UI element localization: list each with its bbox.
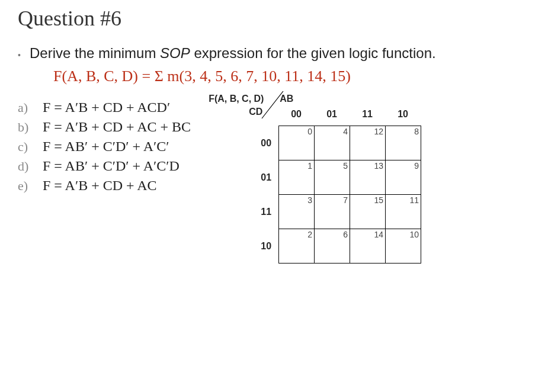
instruction-post: expression for the given logic function. (190, 45, 436, 61)
kmap-cell: 9 (386, 160, 421, 195)
instruction-pre: Derive the minimum (30, 45, 160, 61)
choice-c: c) F = AB′ + C′D′ + A′C′ (18, 139, 191, 155)
kmap-cell: 6 (315, 229, 350, 264)
kmap-cell: 14 (350, 229, 386, 264)
kmap-row-var: CD (249, 107, 262, 117)
kmap-cell: 11 (386, 195, 421, 229)
choice-letter: e) (18, 178, 43, 194)
choice-letter: d) (18, 159, 43, 174)
choice-expr: F = AB′ + C′D′ + A′C′ (43, 139, 169, 155)
answer-choices: a) F = A′B + CD + ACD′ b) F = A′B + CD +… (18, 99, 191, 194)
kmap-col-headers: 00 01 11 10 (278, 109, 421, 120)
instruction-em: SOP (160, 45, 190, 61)
kmap-cell: 13 (350, 160, 386, 195)
kmap-col-header: 10 (385, 109, 421, 120)
kmap-cell: 0 (279, 126, 315, 160)
kmap: F(A, B, C, D) AB CD 00 01 11 10 00 01 11… (214, 90, 421, 264)
choice-e: e) F = A′B + CD + AC (18, 178, 191, 194)
kmap-row-header: 01 (214, 160, 278, 194)
kmap-col-header: 00 (278, 109, 314, 120)
choice-d: d) F = AB′ + C′D′ + A′C′D (18, 158, 191, 174)
kmap-row-header: 10 (214, 229, 278, 263)
kmap-col-header: 11 (350, 109, 385, 120)
kmap-row-headers: 00 01 11 10 (214, 126, 278, 264)
choice-expr: F = A′B + CD + AC + BC (43, 119, 191, 135)
kmap-cell: 4 (315, 126, 350, 160)
kmap-cell: 12 (350, 126, 386, 160)
bullet-icon: • (18, 50, 30, 60)
kmap-grid: 0 4 12 8 1 5 13 9 3 7 15 11 (278, 126, 421, 264)
kmap-cell: 8 (386, 126, 421, 160)
kmap-cell: 10 (386, 229, 421, 264)
kmap-row-header: 11 (214, 194, 278, 229)
kmap-cell: 3 (279, 195, 315, 229)
question-title: Question #6 (18, 6, 530, 31)
kmap-col-var: AB (280, 94, 293, 104)
choice-letter: b) (18, 120, 43, 135)
function-equation: F(A, B, C, D) = Σ m(3, 4, 5, 6, 7, 10, 1… (53, 68, 530, 85)
kmap-function-label: F(A, B, C, D) (209, 94, 264, 104)
choice-expr: F = A′B + CD + AC (43, 178, 157, 194)
instruction-row: • Derive the minimum SOP expression for … (18, 45, 530, 62)
choice-letter: c) (18, 139, 43, 155)
kmap-cell: 15 (350, 195, 386, 229)
choice-letter: a) (18, 100, 43, 115)
kmap-cell: 1 (279, 160, 315, 195)
choice-a: a) F = A′B + CD + ACD′ (18, 99, 191, 115)
choice-expr: F = A′B + CD + ACD′ (43, 99, 170, 115)
kmap-row-header: 00 (214, 126, 278, 160)
kmap-cell: 5 (315, 160, 350, 195)
kmap-cell: 2 (279, 229, 315, 264)
kmap-cell: 7 (315, 195, 350, 229)
choice-expr: F = AB′ + C′D′ + A′C′D (43, 158, 180, 174)
choice-b: b) F = A′B + CD + AC + BC (18, 119, 191, 135)
kmap-col-header: 01 (314, 109, 350, 120)
instruction-text: Derive the minimum SOP expression for th… (30, 45, 436, 62)
